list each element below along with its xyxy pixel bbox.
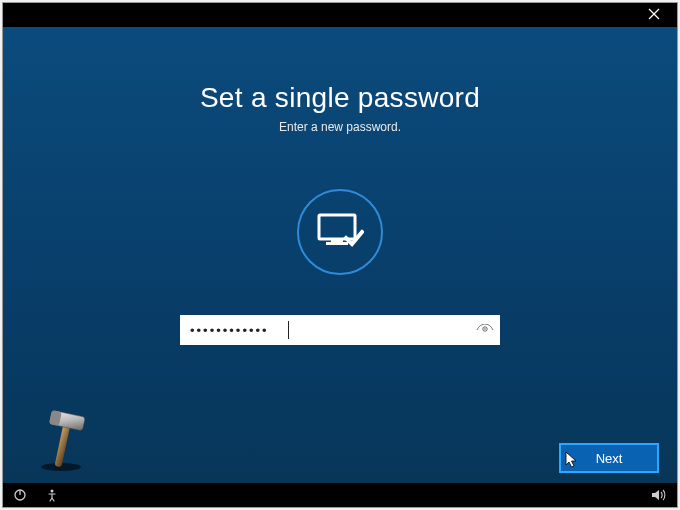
power-icon[interactable] — [13, 488, 27, 502]
svg-rect-2 — [319, 215, 355, 239]
svg-rect-3 — [331, 239, 343, 242]
password-input[interactable] — [180, 315, 470, 345]
volume-icon[interactable] — [651, 488, 667, 502]
page-subtitle: Enter a new password. — [3, 120, 677, 134]
cursor-icon — [565, 451, 579, 469]
text-caret — [288, 321, 289, 339]
page-title: Set a single password — [3, 82, 677, 114]
close-icon[interactable] — [639, 7, 669, 23]
svg-rect-8 — [54, 423, 70, 467]
svg-rect-9 — [49, 410, 85, 431]
titlebar — [3, 3, 677, 27]
password-row — [180, 315, 500, 345]
monitor-check-icon — [297, 189, 383, 275]
oobe-window: Set a single password Enter a new passwo… — [2, 2, 678, 508]
bottombar-left — [13, 488, 59, 502]
content-area: Set a single password Enter a new passwo… — [3, 27, 677, 483]
svg-point-13 — [51, 490, 54, 493]
eye-icon[interactable] — [470, 315, 500, 345]
next-button-label: Next — [596, 451, 623, 466]
bottombar — [3, 483, 677, 507]
svg-point-6 — [484, 328, 486, 330]
accessibility-icon[interactable] — [45, 488, 59, 502]
svg-point-7 — [41, 463, 81, 471]
next-button[interactable]: Next — [559, 443, 659, 473]
svg-rect-4 — [326, 242, 348, 245]
hammer-watermark-icon — [33, 409, 97, 473]
svg-rect-10 — [49, 410, 62, 426]
